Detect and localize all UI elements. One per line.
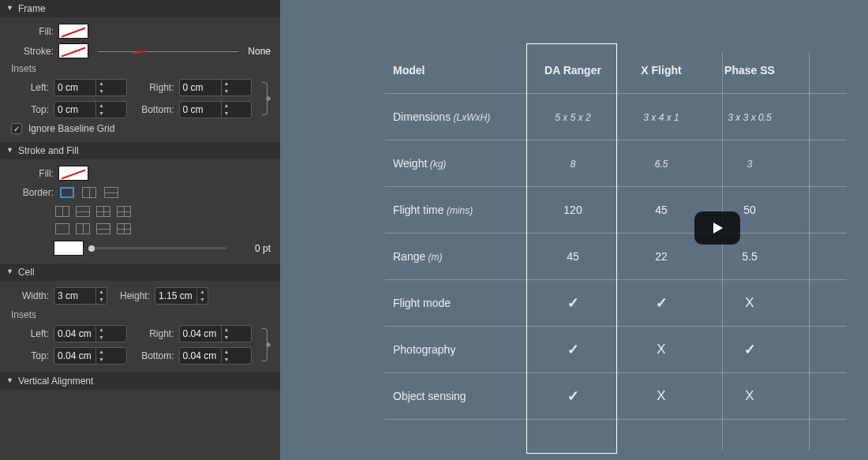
- section-title: Frame: [18, 3, 46, 14]
- cell: X: [617, 388, 705, 404]
- table-row: Flight mode✓✓X: [385, 280, 847, 327]
- frame-inset-bottom-label: Bottom:: [132, 104, 174, 115]
- row-label: Object sensing: [385, 390, 529, 402]
- table-row: Flight time (mins)1204550: [385, 187, 847, 234]
- border-horz-icon[interactable]: [103, 185, 120, 200]
- section-stroke-fill: ▼ Stroke and Fill Fill: Border:: [0, 142, 280, 264]
- check-icon: ✓: [567, 388, 579, 404]
- border-row2-d-icon[interactable]: [115, 222, 133, 236]
- sf-fill-swatch[interactable]: [58, 166, 88, 181]
- frame-inset-top-input[interactable]: ▲▼: [54, 101, 127, 118]
- cell-inset-left-input[interactable]: ▲▼: [54, 325, 127, 342]
- stroke-style-value: None: [248, 46, 271, 57]
- cell: ✓: [529, 341, 617, 358]
- row-label: Dimensions (LxWxH): [385, 110, 529, 123]
- row-label: Range (m): [385, 250, 529, 263]
- cell: ✓: [529, 387, 617, 405]
- cell-width-label: Width:: [11, 290, 49, 301]
- cell: 5 x 5 x 2: [529, 110, 617, 123]
- section-frame: ▼ Frame Fill: Stroke: None Insets Left: …: [0, 0, 280, 142]
- section-header-frame[interactable]: ▼ Frame: [0, 0, 280, 17]
- cell: ✓: [617, 294, 705, 312]
- border-row1-c-icon[interactable]: [95, 204, 112, 219]
- border-outer-icon[interactable]: [58, 185, 76, 200]
- row-label: Flight time (mins): [385, 204, 529, 216]
- border-vert-icon[interactable]: [80, 185, 98, 200]
- disclosure-triangle-icon: ▼: [6, 376, 13, 384]
- check-icon: ✓: [744, 342, 756, 357]
- cell: X: [705, 388, 794, 404]
- x-icon: X: [745, 295, 754, 310]
- cell: 22: [617, 250, 705, 263]
- border-row2-c-icon[interactable]: [95, 222, 112, 236]
- cell-inset-bottom-label: Bottom:: [132, 350, 174, 361]
- cell: 3 x 3 x 0.5: [705, 110, 794, 123]
- link-insets-icon[interactable]: [256, 80, 268, 117]
- frame-inset-right-label: Right:: [132, 82, 174, 93]
- stroke-color-swatch[interactable]: [54, 241, 84, 256]
- cell-inset-top-label: Top:: [11, 350, 49, 361]
- border-row1-a-icon[interactable]: [54, 204, 71, 219]
- cell-insets-label: Insets: [11, 309, 271, 320]
- section-title: Vertical Alignment: [18, 376, 93, 387]
- border-row2-b-icon[interactable]: [74, 222, 92, 236]
- stroke-style-preview[interactable]: [98, 50, 238, 52]
- section-header-cell[interactable]: ▼ Cell: [0, 264, 280, 281]
- frame-inset-bottom-input[interactable]: ▲▼: [179, 101, 253, 118]
- cell: 3: [705, 157, 794, 170]
- header-da-ranger: DA Ranger: [529, 64, 617, 77]
- cell: 6.5: [617, 157, 705, 170]
- ignore-baseline-checkbox[interactable]: ✓ Ignore Baseline Grid: [11, 123, 271, 134]
- table-row: Object sensing✓XX: [385, 373, 847, 420]
- table-row: Weight (kg)86.53: [385, 140, 847, 187]
- cell-inset-right-label: Right:: [132, 328, 174, 339]
- stroke-label: Stroke:: [11, 46, 54, 57]
- header-x-flight: X Flight: [617, 64, 705, 77]
- table-row: Range (m)45225.5: [385, 234, 847, 280]
- cell-height-input[interactable]: ▲▼: [155, 287, 208, 305]
- inspector-panel: ▼ Frame Fill: Stroke: None Insets Left: …: [0, 0, 280, 460]
- frame-insets-label: Insets: [11, 63, 271, 74]
- section-vertical-alignment: ▼ Vertical Alignment: [0, 372, 280, 390]
- border-row2-a-icon[interactable]: [54, 222, 71, 236]
- stroke-weight-slider[interactable]: [90, 247, 226, 249]
- frame-inset-right-input[interactable]: ▲▼: [179, 79, 253, 96]
- x-icon: X: [745, 388, 754, 403]
- cell: 45: [617, 204, 705, 216]
- cell-inset-top-input[interactable]: ▲▼: [54, 347, 127, 365]
- table-header-row: Model DA Ranger X Flight Phase SS: [385, 47, 847, 94]
- border-row1-b-icon[interactable]: [74, 204, 92, 219]
- section-title: Stroke and Fill: [18, 145, 79, 156]
- sf-fill-label: Fill:: [11, 168, 54, 179]
- disclosure-triangle-icon: ▼: [6, 4, 13, 12]
- cell: 8: [529, 157, 617, 170]
- cell: 5.5: [705, 250, 794, 263]
- section-header-stroke-fill[interactable]: ▼ Stroke and Fill: [0, 142, 280, 159]
- checkbox-icon: ✓: [11, 123, 22, 134]
- drone-comparison-table[interactable]: Model DA Ranger X Flight Phase SS Dimens…: [385, 47, 847, 420]
- link-insets-icon[interactable]: [256, 327, 268, 363]
- border-row1-d-icon[interactable]: [115, 204, 133, 219]
- stroke-swatch[interactable]: [58, 43, 88, 58]
- frame-inset-top-label: Top:: [11, 104, 49, 115]
- fill-swatch[interactable]: [58, 24, 88, 39]
- cell-inset-bottom-input[interactable]: ▲▼: [179, 347, 253, 365]
- header-phase-ss: Phase SS: [705, 64, 794, 77]
- cell: X: [705, 295, 794, 311]
- frame-inset-left-label: Left:: [11, 82, 49, 93]
- document-canvas: Model DA Ranger X Flight Phase SS Dimens…: [280, 0, 868, 460]
- x-icon: X: [657, 342, 665, 357]
- row-label: Flight mode: [385, 297, 529, 309]
- video-play-button[interactable]: [694, 211, 740, 245]
- table-row: Photography✓X✓: [385, 327, 847, 373]
- section-cell: ▼ Cell Width: ▲▼ Height: ▲▼ Insets Left:…: [0, 264, 280, 372]
- frame-inset-left-input[interactable]: ▲▼: [54, 79, 127, 96]
- section-header-vertical-alignment[interactable]: ▼ Vertical Alignment: [0, 372, 280, 390]
- cell: ✓: [705, 341, 794, 358]
- cell: 45: [529, 250, 617, 263]
- disclosure-triangle-icon: ▼: [6, 146, 13, 154]
- cell: 120: [529, 204, 617, 216]
- cell-width-input[interactable]: ▲▼: [54, 287, 107, 305]
- cell: 3 x 4 x 1: [617, 110, 705, 123]
- cell-inset-right-input[interactable]: ▲▼: [179, 325, 253, 342]
